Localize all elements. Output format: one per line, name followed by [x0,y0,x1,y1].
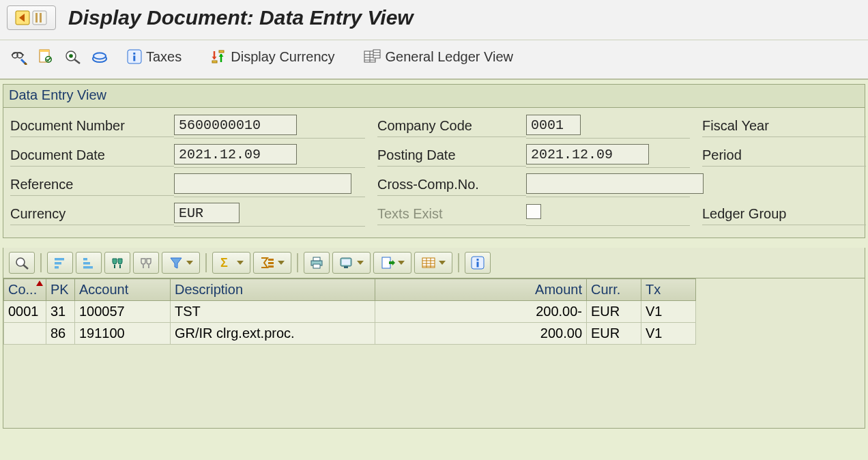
page-title: Display Document: Data Entry View [68,6,414,29]
table-row[interactable]: 000131100057TST200.00-EURV1 [4,301,696,323]
svg-rect-17 [219,51,224,53]
svg-text:Σ: Σ [220,256,228,270]
header-button[interactable] [89,44,112,69]
chevron-down-icon [398,261,405,265]
find-next-button[interactable] [133,252,159,274]
cell-amount[interactable]: 200.00 [375,323,587,345]
sort-columns-icon [210,49,227,64]
col-pk[interactable]: PK [46,279,75,301]
svg-rect-7 [40,50,49,52]
svg-rect-2 [35,13,38,23]
back-exit-icon[interactable] [7,5,56,30]
sort-desc-button[interactable] [76,252,102,274]
line-items-grid: Co... PK Account Description Amount Curr… [3,278,865,429]
col-description[interactable]: Description [171,279,375,301]
general-ledger-view-button[interactable]: General Ledger View [361,44,517,69]
col-company-code[interactable]: Co... [4,279,46,301]
svg-rect-14 [133,53,135,55]
change-display-toggle-button[interactable] [7,44,30,69]
svg-rect-42 [344,266,348,268]
svg-rect-16 [212,61,217,63]
cell-amount[interactable]: 200.00- [375,301,587,323]
svg-rect-32 [83,266,93,269]
svg-rect-28 [55,262,61,265]
cell-curr[interactable]: EUR [587,301,641,323]
layout-button[interactable] [414,252,452,274]
label-ledger-group: Ledger Group [702,205,866,225]
cell-account[interactable]: 100057 [75,301,171,323]
app-toolbar: Taxes Display Currency General Ledger Vi… [0,40,868,80]
alv-table[interactable]: Co... PK Account Description Amount Curr… [3,278,696,345]
info-icon [127,49,142,64]
svg-rect-51 [477,259,479,261]
total-button[interactable]: Σ [212,252,250,274]
svg-rect-30 [83,258,87,261]
svg-point-12 [93,53,106,59]
svg-rect-36 [268,265,274,268]
print-button[interactable] [304,252,330,274]
subtotal-button[interactable] [253,252,291,274]
col-amount[interactable]: Amount [375,279,587,301]
label-currency: Currency [10,205,174,225]
chevron-down-icon [278,261,285,265]
chevron-down-icon [237,261,244,265]
chevron-down-icon [186,261,193,265]
cell-pk[interactable]: 31 [46,301,75,323]
cell-curr[interactable]: EUR [587,323,641,345]
data-entry-panel: Data Entry View Document Number Company … [3,84,865,238]
view-button[interactable] [332,252,371,274]
chevron-down-icon [357,261,364,265]
panel-title: Data Entry View [3,85,865,108]
col-tx[interactable]: Tx [641,279,696,301]
display-currency-button[interactable]: Display Currency [207,44,337,69]
find-button[interactable] [104,252,130,274]
col-account[interactable]: Account [75,279,171,301]
checkbox-texts-exist[interactable] [526,204,541,219]
alv-toolbar: Σ [3,248,865,278]
label-company-code: Company Code [377,117,526,137]
svg-rect-3 [40,13,42,23]
cell-account[interactable]: 191100 [75,323,171,345]
taxes-label: Taxes [146,49,182,65]
cell-co[interactable] [4,323,46,345]
info-button[interactable] [465,252,491,274]
overview-button[interactable] [61,44,85,69]
label-doc-date: Document Date [10,146,174,167]
cell-description[interactable]: GR/IR clrg.ext.proc. [171,323,375,345]
cell-tx[interactable]: V1 [641,323,696,345]
field-currency[interactable] [174,203,240,223]
table-row[interactable]: 86191100GR/IR clrg.ext.proc.200.00EURV1 [4,323,696,345]
label-texts-exist: Texts Exist [377,205,526,225]
sort-asc-icon [36,281,43,286]
cell-pk[interactable]: 86 [46,323,75,345]
svg-rect-15 [133,56,135,61]
svg-rect-34 [268,259,274,261]
cell-description[interactable]: TST [171,301,375,323]
cell-co[interactable]: 0001 [4,301,46,323]
label-doc-number: Document Number [10,117,174,137]
label-fiscal-year: Fiscal Year [702,117,866,137]
label-period: Period [702,146,866,167]
sort-asc-button[interactable] [47,252,73,274]
field-company-code[interactable] [526,115,581,135]
taxes-button[interactable]: Taxes [124,44,184,69]
field-doc-date[interactable] [174,144,297,164]
field-reference[interactable] [174,173,351,194]
field-doc-number[interactable] [174,115,297,135]
filter-button[interactable] [162,252,200,274]
cell-tx[interactable]: V1 [641,301,696,323]
svg-rect-35 [268,262,274,264]
svg-point-10 [69,54,73,58]
export-button[interactable] [373,252,411,274]
label-cross-comp-no: Cross-Comp.No. [377,175,526,196]
details-button[interactable] [9,252,35,274]
display-currency-label: Display Currency [231,49,334,65]
col-curr[interactable]: Curr. [587,279,641,301]
svg-rect-29 [55,266,59,269]
field-cross-comp-no[interactable] [526,173,704,194]
field-posting-date[interactable] [526,144,649,164]
label-reference: Reference [10,175,174,196]
svg-rect-41 [342,259,350,265]
svg-rect-38 [313,257,320,261]
call-up-document-button[interactable] [34,44,57,69]
